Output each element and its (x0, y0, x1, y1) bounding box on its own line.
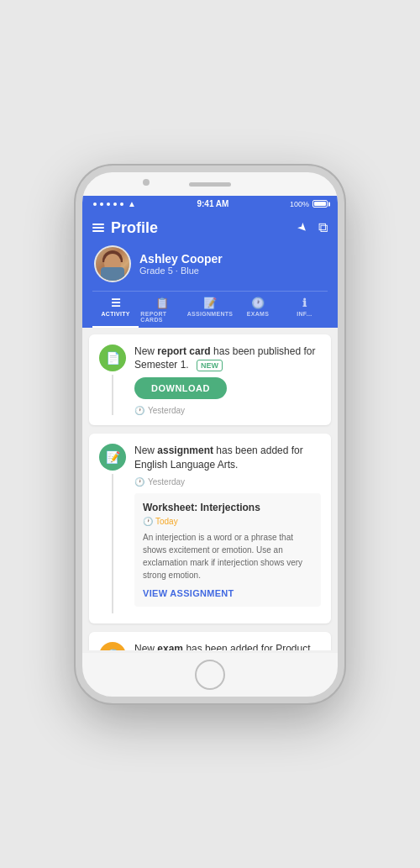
report-card-bold: report card (157, 345, 210, 357)
layers-icon[interactable]: ⧉ (318, 220, 328, 235)
activity-icon-column-2: 📝 (99, 444, 126, 613)
exam-icon: 🕐 (99, 642, 126, 650)
activity-icon-column-3: 🕐 (99, 642, 126, 650)
report-card-time: Yesterday (148, 406, 185, 415)
hamburger-line-1 (92, 224, 104, 225)
report-card-icon: 📄 (99, 345, 126, 371)
exam-symbol: 🕐 (106, 649, 120, 650)
phone-camera (143, 179, 150, 186)
profile-name: Ashley Cooper (139, 252, 223, 266)
status-time: 9:41 AM (197, 199, 228, 208)
tab-exams-label: EXAMS (247, 311, 269, 317)
activity-line-2 (112, 474, 113, 613)
due-clock-icon: 🕐 (143, 517, 153, 526)
signal-dot-5 (120, 203, 123, 206)
new-badge: NEW (197, 360, 223, 371)
assignment-icon: 📝 (99, 444, 126, 471)
tab-info[interactable]: ℹ INF... (281, 292, 328, 328)
download-button[interactable]: DOWNLOAD (134, 377, 227, 399)
tab-report-cards[interactable]: 📋 REPORT CARDS (139, 292, 185, 328)
tab-activity-label: ACTIVITY (102, 311, 130, 317)
signal-dot-4 (113, 203, 117, 206)
activity-content[interactable]: 📄 New report card has been published for… (82, 328, 338, 650)
hamburger-line-2 (92, 227, 104, 229)
tab-exams[interactable]: 🕐 EXAMS (234, 292, 281, 328)
header-action-icons: ➤ ⧉ (298, 220, 328, 235)
hamburger-line-3 (92, 230, 104, 232)
report-card-activity-text: New report card has been published for S… (134, 345, 321, 373)
signal-dot-2 (100, 203, 103, 206)
wifi-icon: ▲ (128, 199, 136, 208)
battery-area: 100% (290, 200, 328, 208)
profile-section: Ashley Cooper Grade 5 · Blue (92, 245, 328, 291)
activity-tab-icon: ☰ (111, 297, 121, 309)
activity-icon-column-1: 📄 (99, 345, 126, 416)
assignment-symbol: 📝 (106, 450, 120, 464)
assignment-activity-card: 📝 New assignment has been added for Engl… (89, 434, 331, 623)
due-label: Today (155, 517, 178, 526)
send-icon[interactable]: ➤ (295, 219, 312, 236)
avatar-body (101, 267, 124, 281)
tab-report-cards-label: REPORT CARDS (140, 311, 183, 323)
clock-icon-2: 🕐 (134, 477, 144, 487)
report-card-activity-body: New report card has been published for S… (134, 345, 321, 416)
exams-tab-icon: 🕐 (251, 297, 265, 309)
assignments-tab-icon: 📝 (203, 297, 217, 309)
view-assignment-button[interactable]: VIEW ASSIGNMENT (143, 588, 312, 598)
exam-activity-card: 🕐 New exam has been added for Product De… (89, 632, 331, 650)
activity-line-1 (112, 375, 113, 416)
report-card-symbol: 📄 (106, 351, 120, 365)
due-date: 🕐 Today (143, 517, 312, 526)
battery-percentage: 100% (290, 200, 309, 208)
battery-icon (312, 200, 328, 208)
clock-icon-1: 🕐 (134, 406, 144, 415)
assignment-timestamp: 🕐 Yesterday (134, 477, 321, 487)
header-top-row: Profile ➤ ⧉ (92, 219, 328, 237)
profile-grade: Grade 5 · Blue (139, 266, 223, 276)
assignment-activity-body: New assignment has been added for Englis… (134, 444, 321, 613)
signal-dot-3 (107, 203, 110, 206)
assignment-activity-text: New assignment has been added for Englis… (134, 444, 321, 472)
profile-info: Ashley Cooper Grade 5 · Blue (139, 252, 223, 276)
hamburger-menu-icon[interactable] (92, 224, 104, 232)
assignment-bold: assignment (157, 445, 213, 456)
assignment-description: An interjection is a word or a phrase th… (143, 531, 312, 581)
report-card-timestamp: 🕐 Yesterday (134, 406, 321, 415)
exam-activity-body: New exam has been added for Product Desi… (134, 642, 321, 650)
tab-assignments[interactable]: 📝 ASSIGNMENTS (186, 292, 235, 328)
avatar (94, 245, 131, 282)
assignment-detail-card: Worksheet: Interjections 🕐 Today An inte… (134, 493, 321, 607)
exam-activity-text: New exam has been added for Product Desi… (134, 642, 321, 650)
avatar-image (96, 247, 129, 281)
exam-bold: exam (157, 643, 183, 650)
header-left: Profile (92, 219, 158, 237)
assignment-title: Worksheet: Interjections (143, 502, 312, 513)
home-button[interactable] (195, 660, 225, 690)
info-tab-icon: ℹ (302, 297, 307, 309)
signal-dot-1 (93, 203, 97, 206)
app-header: Profile ➤ ⧉ Ashley Cooper (82, 213, 338, 328)
phone-device: ▲ 9:41 AM 100% Profile (76, 166, 344, 703)
status-bar: ▲ 9:41 AM 100% (82, 196, 338, 213)
battery-fill (314, 202, 326, 206)
report-card-activity-card: 📄 New report card has been published for… (89, 334, 331, 426)
assignment-time: Yesterday (148, 477, 185, 487)
report-cards-tab-icon: 📋 (155, 297, 169, 309)
tab-info-label: INF... (297, 311, 312, 317)
page-title: Profile (111, 219, 158, 237)
navigation-tabs: ☰ ACTIVITY 📋 REPORT CARDS 📝 ASSIGNMENTS … (92, 291, 328, 328)
tab-assignments-label: ASSIGNMENTS (187, 311, 234, 317)
signal-area: ▲ (92, 199, 136, 208)
phone-speaker (189, 182, 231, 187)
phone-screen: ▲ 9:41 AM 100% Profile (82, 196, 338, 653)
tab-activity[interactable]: ☰ ACTIVITY (92, 292, 139, 328)
